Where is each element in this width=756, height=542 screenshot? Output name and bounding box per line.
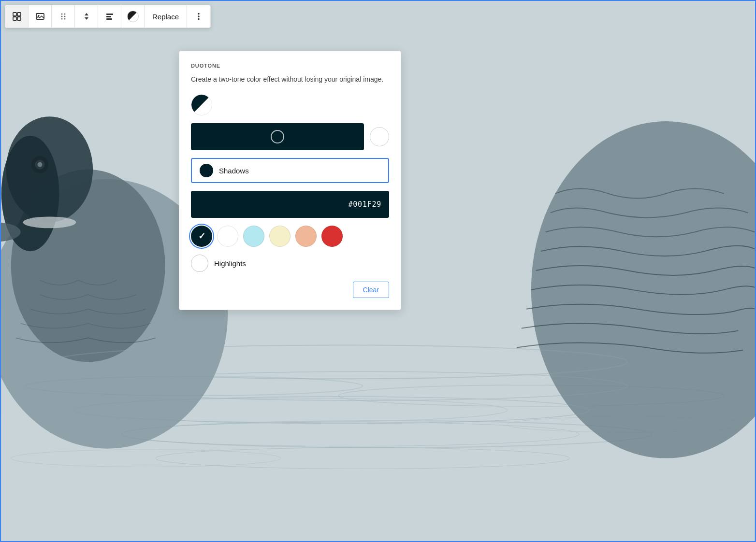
drag-icon xyxy=(58,12,68,21)
move-updown-button[interactable] xyxy=(75,5,98,28)
svg-point-39 xyxy=(198,18,200,20)
svg-rect-36 xyxy=(106,18,112,20)
duotone-preview-gradient xyxy=(191,95,212,115)
image-icon xyxy=(35,12,45,21)
swatch-yellow[interactable] xyxy=(269,226,291,247)
color-bars-row xyxy=(191,123,389,150)
more-icon xyxy=(194,12,204,21)
svg-rect-35 xyxy=(106,16,111,17)
duotone-popover: DUOTONE Create a two-tone color effect w… xyxy=(179,51,401,310)
arrows-icon xyxy=(82,12,91,21)
svg-rect-26 xyxy=(36,14,44,19)
svg-rect-22 xyxy=(13,13,16,16)
shadow-color-indicator xyxy=(271,130,284,143)
highlights-row: Highlights xyxy=(191,255,389,272)
svg-point-29 xyxy=(64,14,65,15)
svg-point-30 xyxy=(61,16,62,17)
align-button[interactable] xyxy=(98,5,121,28)
highlights-circle[interactable] xyxy=(191,255,208,272)
shadows-color-dot xyxy=(200,164,213,177)
hex-color-input[interactable]: #001F29 xyxy=(191,191,389,218)
clear-button[interactable]: Clear xyxy=(353,282,389,298)
align-icon xyxy=(105,12,115,21)
clear-row: Clear xyxy=(191,282,389,298)
color-swatches: ✓ xyxy=(191,226,389,247)
drag-handle-button[interactable] xyxy=(52,5,75,28)
more-options-button[interactable] xyxy=(187,5,210,28)
frames-button[interactable] xyxy=(5,5,29,28)
duotone-title: DUOTONE xyxy=(191,63,389,69)
swatch-white[interactable] xyxy=(217,226,238,247)
svg-rect-23 xyxy=(17,13,21,16)
duotone-description: Create a two-tone color effect without l… xyxy=(191,74,389,85)
duotone-icon xyxy=(127,11,139,22)
svg-point-33 xyxy=(64,18,65,20)
frames-icon xyxy=(12,12,22,21)
svg-point-15 xyxy=(23,216,76,228)
swatch-red[interactable] xyxy=(321,226,343,247)
duotone-preview-circle[interactable] xyxy=(191,94,212,115)
toolbar: Replace xyxy=(5,5,211,28)
swatch-peach[interactable] xyxy=(295,226,317,247)
svg-point-37 xyxy=(198,13,200,15)
replace-button[interactable]: Replace xyxy=(145,5,187,28)
svg-point-31 xyxy=(64,16,65,17)
shadow-color-bar[interactable] xyxy=(191,123,364,150)
swatch-selected-check: ✓ xyxy=(198,231,205,242)
highlight-color-bar[interactable] xyxy=(370,127,389,146)
svg-rect-25 xyxy=(17,17,21,20)
highlights-label: Highlights xyxy=(214,259,246,268)
image-button[interactable] xyxy=(29,5,52,28)
shadows-label: Shadows xyxy=(219,167,249,175)
svg-rect-34 xyxy=(106,14,113,15)
svg-rect-24 xyxy=(13,17,16,20)
swatch-dark[interactable]: ✓ xyxy=(191,226,212,247)
hex-value-text: #001F29 xyxy=(349,200,381,209)
duotone-icon-button[interactable] xyxy=(121,5,145,28)
svg-point-32 xyxy=(61,18,62,20)
shadows-selector[interactable]: Shadows xyxy=(191,158,389,183)
svg-point-14 xyxy=(38,162,43,167)
swatch-cyan[interactable] xyxy=(243,226,264,247)
svg-point-38 xyxy=(198,15,200,17)
svg-point-28 xyxy=(61,14,62,15)
